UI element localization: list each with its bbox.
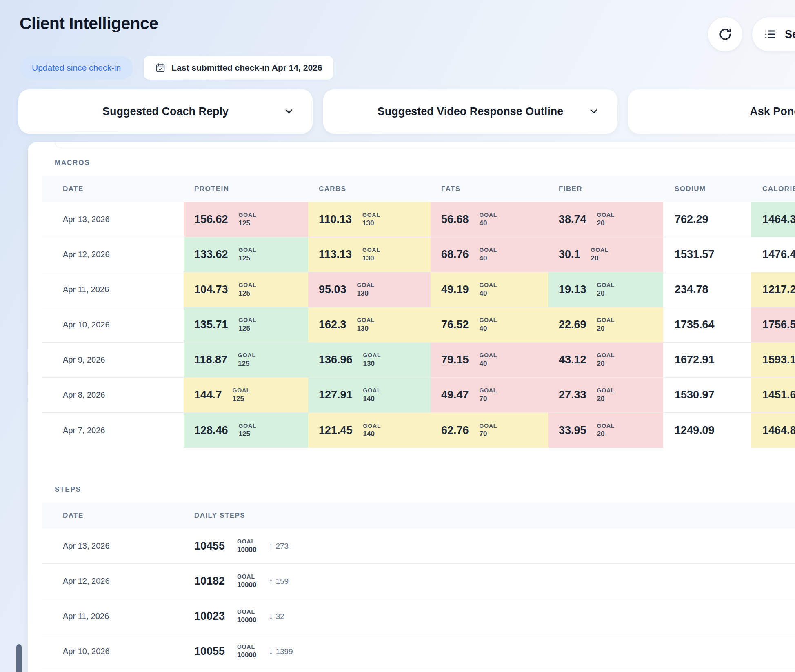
carbs-cell: 110.13 GOAL 130: [308, 202, 431, 237]
goal-value: 140: [363, 429, 381, 438]
steps-section: STEPS DATE DAILY STEPS Apr 13, 2026 1045…: [42, 485, 795, 669]
goal-value: 10000: [237, 581, 256, 589]
date-cell: Apr 9, 2026: [42, 343, 184, 377]
goal-block: GOAL 125: [233, 387, 251, 403]
macro-value: 27.33: [559, 389, 586, 401]
last-checkin-label: Last submitted check-in Apr 14, 2026: [171, 63, 322, 73]
goal-label: GOAL: [597, 387, 615, 394]
sodium-cell: 1530.97: [663, 378, 751, 412]
refresh-icon: [718, 27, 733, 42]
steps-delta-value: 159: [275, 577, 289, 586]
macro-value: 1249.09: [675, 424, 715, 437]
macro-value: 68.76: [441, 248, 469, 261]
goal-block: GOAL 130: [362, 211, 380, 227]
goal-label: GOAL: [480, 282, 497, 289]
trend-arrow-icon: ↓: [269, 612, 273, 621]
goal-value: 40: [480, 254, 497, 263]
column-header-daily-steps: DAILY STEPS: [184, 512, 551, 520]
steps-value: 10182: [194, 575, 225, 587]
goal-block: GOAL 70: [480, 387, 497, 403]
goal-label: GOAL: [597, 352, 615, 359]
steps-row: Apr 11, 2026 10023 GOAL 10000 ↓ 32: [42, 599, 795, 634]
macro-value: 135.71: [194, 318, 228, 331]
goal-label: GOAL: [480, 317, 497, 324]
date-cell: Apr 8, 2026: [42, 378, 184, 412]
suggested-coach-reply-label: Suggested Coach Reply: [102, 105, 229, 118]
suggested-coach-reply-button[interactable]: Suggested Coach Reply: [18, 89, 313, 134]
steps-value: 10055: [194, 645, 225, 658]
steps-delta: ↓ 32: [269, 612, 284, 621]
column-header-date: DATE: [42, 185, 184, 193]
sodium-cell: 762.29: [663, 202, 751, 237]
macro-value: 234.78: [675, 283, 708, 296]
macro-value: 104.73: [194, 283, 228, 296]
carbs-cell: 136.96 GOAL 130: [308, 343, 431, 377]
fats-cell: 76.52 GOAL 40: [431, 307, 548, 342]
fats-cell: 49.19 GOAL 40: [431, 272, 548, 307]
goal-block: GOAL 125: [239, 247, 257, 263]
macro-value: 1476.4: [762, 248, 795, 261]
goal-block: GOAL 70: [480, 423, 497, 438]
date-cell: Apr 12, 2026: [42, 564, 184, 599]
goal-block: GOAL 125: [239, 317, 257, 333]
goal-block: GOAL 40: [480, 317, 497, 333]
carbs-cell: 121.45 GOAL 140: [308, 413, 431, 448]
macro-value: 56.68: [441, 213, 469, 226]
scrollbar-thumb[interactable]: [16, 644, 22, 672]
goal-value: 20: [597, 359, 615, 368]
goal-value: 125: [233, 394, 251, 403]
trend-arrow-icon: ↑: [269, 541, 273, 551]
calories-cell: 1593.1: [751, 343, 795, 377]
goal-value: 20: [597, 219, 615, 227]
goal-block: GOAL 125: [238, 352, 256, 368]
macros-row: Apr 9, 2026 118.87 GOAL 125 136.96 GOAL …: [42, 343, 795, 378]
macro-value: 49.47: [441, 389, 469, 401]
goal-value: 130: [357, 289, 375, 298]
goal-value: 125: [239, 219, 257, 227]
goal-label: GOAL: [363, 423, 381, 430]
macro-value: 133.62: [194, 248, 228, 261]
fiber-cell: 33.95 GOAL 20: [548, 413, 663, 448]
goal-label: GOAL: [237, 608, 256, 616]
macros-table: DATE PROTEIN CARBS FATS FIBER SODIUM CAL…: [42, 176, 795, 448]
steps-table-body: Apr 13, 2026 10455 GOAL 10000 ↑ 273 Apr …: [42, 529, 795, 669]
fiber-cell: 30.1 GOAL 20: [548, 237, 663, 272]
steps-row: Apr 12, 2026 10182 GOAL 10000 ↑ 159: [42, 564, 795, 599]
carbs-cell: 95.03 GOAL 130: [308, 272, 431, 307]
protein-cell: 128.46 GOAL 125: [184, 413, 308, 448]
goal-value: 130: [362, 219, 380, 227]
goal-block: GOAL 130: [362, 247, 380, 263]
fiber-cell: 43.12 GOAL 20: [548, 343, 663, 377]
goal-value: 140: [363, 394, 381, 403]
date-label: Apr 13, 2026: [63, 215, 110, 224]
fats-cell: 49.47 GOAL 70: [431, 378, 548, 412]
date-cell: Apr 11, 2026: [42, 599, 184, 634]
suggested-video-response-button[interactable]: Suggested Video Response Outline: [323, 89, 617, 134]
steps-table: DATE DAILY STEPS Apr 13, 2026 10455 GOAL…: [42, 503, 795, 669]
goal-block: GOAL 40: [480, 211, 497, 227]
date-label: Apr 7, 2026: [63, 426, 105, 435]
date-cell: Apr 10, 2026: [42, 307, 184, 342]
steps-section-label: STEPS: [55, 485, 795, 494]
setup-button[interactable]: Set u: [752, 17, 795, 51]
goal-label: GOAL: [480, 387, 497, 394]
macro-value: 118.87: [194, 354, 227, 366]
goal-value: 40: [480, 324, 497, 333]
macro-value: 121.45: [319, 424, 353, 437]
goal-block: GOAL 20: [597, 387, 615, 403]
macro-value: 79.15: [441, 354, 469, 366]
refresh-button[interactable]: [708, 17, 742, 51]
goal-value: 125: [239, 429, 257, 438]
sodium-cell: 1735.64: [663, 307, 751, 342]
content-card: MACROS DATE PROTEIN CARBS FATS FIBER SOD…: [28, 142, 795, 672]
macros-row: Apr 11, 2026 104.73 GOAL 125 95.03 GOAL …: [42, 272, 795, 307]
goal-label: GOAL: [239, 247, 257, 254]
carbs-cell: 127.91 GOAL 140: [308, 378, 431, 412]
macro-value: 136.96: [319, 354, 353, 366]
macro-value: 62.76: [441, 424, 469, 437]
macros-row: Apr 8, 2026 144.7 GOAL 125 127.91 GOAL 1…: [42, 378, 795, 413]
ask-pono-button[interactable]: Ask Pono: [628, 89, 795, 134]
goal-label: GOAL: [597, 423, 615, 430]
macros-row: Apr 10, 2026 135.71 GOAL 125 162.3 GOAL …: [42, 307, 795, 343]
macro-value: 76.52: [441, 318, 469, 331]
